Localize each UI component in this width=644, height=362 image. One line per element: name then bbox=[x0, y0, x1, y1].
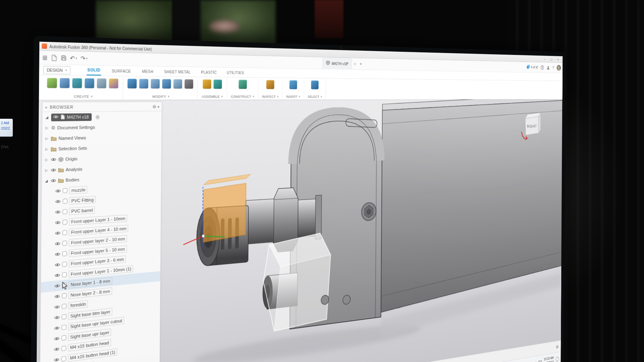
expand-node-icon[interactable]: ▷ bbox=[44, 168, 49, 172]
redo-icon[interactable]: ↷▾ bbox=[80, 55, 88, 62]
eye-icon[interactable] bbox=[55, 273, 60, 277]
tab-sheet-metal[interactable]: SHEET METAL bbox=[163, 69, 191, 77]
eye-icon[interactable] bbox=[51, 168, 56, 172]
rectangular-pattern-icon[interactable] bbox=[97, 78, 106, 88]
origin-point[interactable] bbox=[202, 234, 205, 238]
split-body-icon[interactable] bbox=[173, 79, 182, 89]
activate-target-icon[interactable]: ◎ bbox=[96, 114, 100, 120]
joint-icon[interactable] bbox=[213, 79, 222, 89]
tab-surface[interactable]: SURFACE bbox=[111, 69, 132, 76]
body-checkbox[interactable] bbox=[63, 199, 67, 204]
new-sketch-icon[interactable] bbox=[47, 78, 57, 88]
eye-icon[interactable] bbox=[54, 336, 59, 341]
minimize-button[interactable]: – bbox=[541, 57, 548, 61]
expand-node-icon[interactable]: ▷ bbox=[44, 147, 49, 151]
press-pull-icon[interactable] bbox=[127, 79, 137, 88]
eye-icon[interactable] bbox=[54, 347, 59, 352]
body-checkbox[interactable] bbox=[62, 261, 67, 267]
save-icon[interactable] bbox=[61, 55, 67, 61]
notification-circle-icon[interactable] bbox=[556, 357, 559, 362]
canvas-icon[interactable] bbox=[289, 80, 297, 89]
eye-icon[interactable] bbox=[51, 157, 56, 162]
tab-close-icon[interactable]: × bbox=[354, 62, 356, 66]
body-label[interactable]: PVC Fitting bbox=[69, 196, 96, 205]
eye-icon[interactable] bbox=[54, 294, 60, 298]
body-checkbox[interactable] bbox=[61, 346, 66, 351]
ribbon-group-label-inspect[interactable]: INSPECT▾ bbox=[262, 94, 278, 99]
taskbar-clock[interactable]: 10:32 AM 9/7/2022 bbox=[544, 356, 554, 362]
new-component-icon[interactable] bbox=[203, 79, 211, 89]
ribbon-group-label-modify[interactable]: MODIFY▾ bbox=[152, 94, 169, 98]
collapse-node-icon[interactable]: ◢ bbox=[44, 179, 49, 183]
browser-root-row[interactable]: ◢ M427H v18 ◎ bbox=[42, 111, 161, 123]
measure-icon[interactable] bbox=[266, 80, 274, 89]
viewport[interactable]: RIGHT « BROWSER ⊖ bbox=[36, 99, 563, 362]
panel-collapse-icon[interactable]: « bbox=[45, 104, 47, 109]
eye-icon[interactable] bbox=[55, 252, 60, 256]
shell-icon[interactable] bbox=[151, 79, 160, 88]
close-button[interactable]: × bbox=[555, 57, 562, 61]
job-status[interactable]: 4 of 10 bbox=[526, 64, 538, 70]
browser-node-label[interactable]: Document Settings bbox=[57, 125, 95, 130]
revolve-icon[interactable] bbox=[72, 78, 82, 88]
eye-icon[interactable] bbox=[54, 305, 60, 309]
eye-icon[interactable] bbox=[55, 262, 60, 267]
expand-node-icon[interactable]: ▷ bbox=[45, 126, 49, 130]
body-checkbox[interactable] bbox=[62, 251, 67, 256]
barrel-front[interactable] bbox=[246, 199, 274, 244]
selected-body-highlight[interactable] bbox=[203, 174, 251, 243]
app-grid-icon[interactable]: ⊞ bbox=[42, 54, 48, 61]
offset-plane-icon[interactable] bbox=[239, 80, 247, 89]
file-menu-icon[interactable] bbox=[51, 55, 57, 61]
browser-node-label[interactable]: Selection Sets bbox=[58, 146, 87, 151]
root-document-pill[interactable]: M427H v18 bbox=[51, 113, 92, 121]
expand-node-icon[interactable]: ▷ bbox=[44, 158, 49, 162]
body-checkbox[interactable] bbox=[63, 209, 67, 214]
sweep-icon[interactable] bbox=[85, 78, 94, 88]
eye-icon[interactable] bbox=[55, 210, 60, 214]
browser-node-label[interactable]: Analysis bbox=[66, 167, 82, 172]
move-copy-icon[interactable] bbox=[185, 79, 193, 89]
create-form-icon[interactable] bbox=[109, 79, 118, 88]
body-label[interactable]: muzzle bbox=[69, 186, 87, 194]
sight-base-preview[interactable] bbox=[263, 232, 331, 333]
eye-icon[interactable] bbox=[54, 358, 59, 362]
body-checkbox[interactable] bbox=[62, 325, 66, 330]
ribbon-group-label-select[interactable]: SELECT▾ bbox=[308, 94, 322, 98]
eye-icon[interactable] bbox=[55, 189, 61, 193]
touch-keyboard-icon[interactable] bbox=[538, 360, 541, 362]
timeline-gear-icon[interactable]: ⚙ bbox=[556, 344, 559, 350]
eye-icon[interactable] bbox=[55, 199, 61, 204]
body-checkbox[interactable] bbox=[63, 220, 67, 225]
body-checkbox[interactable] bbox=[61, 356, 66, 362]
body-checkbox[interactable] bbox=[63, 188, 67, 193]
body-label[interactable]: foreskin bbox=[68, 300, 88, 309]
ribbon-group-label-create[interactable]: CREATE▾ bbox=[74, 94, 93, 99]
ribbon-group-label-assemble[interactable]: ASSEMBLE▾ bbox=[202, 94, 223, 99]
help-icon[interactable]: ? bbox=[553, 65, 554, 70]
tab-mesh[interactable]: MESH bbox=[141, 69, 154, 76]
notifications-icon[interactable] bbox=[547, 65, 550, 70]
eye-icon[interactable] bbox=[53, 115, 58, 120]
panel-minimize-icon[interactable]: ⊖ bbox=[152, 104, 156, 109]
barrel-collar[interactable] bbox=[315, 195, 322, 239]
body-checkbox[interactable] bbox=[62, 293, 67, 298]
browser-node-label[interactable]: Origin bbox=[65, 156, 78, 162]
workspace-selector[interactable]: DESIGN▾ bbox=[43, 66, 70, 74]
document-tab[interactable]: M427H v18* bbox=[323, 57, 352, 70]
body-checkbox[interactable] bbox=[62, 241, 67, 246]
body-checkbox[interactable] bbox=[62, 304, 66, 309]
body-checkbox[interactable] bbox=[62, 230, 67, 235]
panel-arrow-icon[interactable]: ▸ bbox=[158, 104, 159, 108]
expand-node-icon[interactable]: ▷ bbox=[45, 136, 49, 140]
body-checkbox[interactable] bbox=[62, 272, 67, 277]
combine-icon[interactable] bbox=[162, 79, 171, 88]
eye-icon[interactable] bbox=[54, 283, 60, 288]
eye-icon[interactable] bbox=[54, 326, 59, 331]
maximize-button[interactable]: □ bbox=[548, 57, 555, 61]
eye-icon[interactable] bbox=[55, 220, 60, 225]
tab-solid[interactable]: SOLID bbox=[87, 67, 101, 76]
browser-node-label[interactable]: Named Views bbox=[58, 135, 86, 141]
ribbon-group-label-construct[interactable]: CONSTRUCT▾ bbox=[231, 94, 254, 99]
body-label[interactable]: PVC barrel bbox=[69, 206, 95, 215]
